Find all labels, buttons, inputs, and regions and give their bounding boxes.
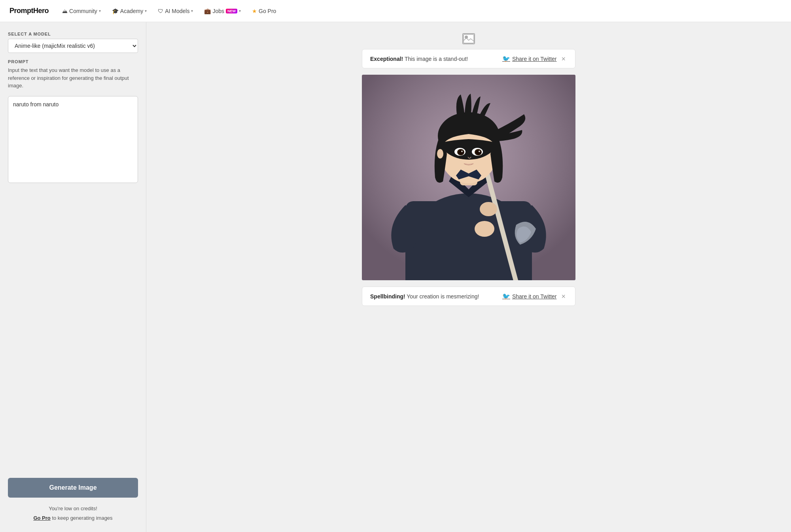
- bottom-banner-twitter-text: Share it on Twitter: [512, 293, 557, 300]
- generated-image: [362, 75, 575, 280]
- jobs-new-badge: NEW: [226, 9, 237, 13]
- nav-go-pro-label: Go Pro: [259, 8, 276, 14]
- model-section-label: SELECT A MODEL: [8, 32, 138, 36]
- nav-item-go-pro[interactable]: ★ Go Pro: [248, 6, 280, 17]
- svg-point-19: [479, 151, 480, 152]
- bottom-banner-text: Spellbinding! Your creation is mesmerizi…: [370, 293, 499, 300]
- chevron-down-icon: ▾: [99, 9, 101, 13]
- model-select[interactable]: Anime-like (majicMix realistic v6) Stabl…: [8, 39, 138, 53]
- prompt-help-text: Input the text that you want the model t…: [8, 66, 138, 90]
- go-pro-link[interactable]: Go Pro: [33, 515, 50, 521]
- academy-icon: 🎓: [112, 8, 119, 14]
- credits-cta-suffix: to keep generating images: [52, 515, 112, 521]
- nav-item-academy[interactable]: 🎓 Academy ▾: [108, 6, 151, 17]
- svg-rect-0: [464, 34, 474, 43]
- bottom-banner-twitter-link[interactable]: 🐦 Share it on Twitter: [502, 292, 557, 300]
- credits-warning-text: You're low on credits!: [8, 504, 138, 513]
- chevron-down-icon: ▾: [239, 9, 241, 13]
- top-banner-twitter-link[interactable]: 🐦 Share it on Twitter: [502, 55, 557, 62]
- jobs-icon: 💼: [204, 8, 211, 14]
- generate-image-button[interactable]: Generate Image: [8, 478, 138, 498]
- top-banner: Exceptional! This image is a stand-out! …: [362, 49, 575, 68]
- main-layout: SELECT A MODEL Anime-like (majicMix real…: [0, 22, 791, 532]
- svg-point-14: [458, 150, 464, 155]
- star-icon: ★: [252, 8, 257, 14]
- svg-point-20: [437, 149, 443, 158]
- prompt-input-wrapper: <span class="spell-underline">naruto</sp…: [8, 96, 138, 184]
- top-banner-text: Exceptional! This image is a stand-out!: [370, 56, 499, 62]
- prompt-section-label: PROMPT: [8, 59, 138, 64]
- bottom-banner-adjective: Spellbinding!: [370, 293, 405, 300]
- twitter-icon: 🐦: [502, 292, 510, 300]
- credits-cta: Go Pro to keep generating images: [8, 513, 138, 523]
- nav-academy-label: Academy: [120, 8, 143, 14]
- svg-point-1: [466, 36, 467, 38]
- community-icon: ⛰: [62, 8, 68, 14]
- svg-point-15: [461, 151, 463, 152]
- svg-point-18: [476, 150, 481, 155]
- image-placeholder-icon-area: [162, 30, 775, 49]
- sidebar: SELECT A MODEL Anime-like (majicMix real…: [0, 22, 146, 532]
- nav-community-label: Community: [69, 8, 97, 14]
- generated-image-wrapper: [362, 75, 575, 280]
- image-placeholder-icon: [462, 33, 475, 44]
- svg-point-7: [475, 221, 494, 237]
- bottom-banner-close-button[interactable]: ×: [560, 293, 567, 300]
- nav-item-ai-models[interactable]: 🛡 AI Models ▾: [154, 6, 197, 17]
- nav-item-jobs[interactable]: 💼 Jobs NEW ▾: [200, 6, 245, 17]
- prompt-textarea[interactable]: <span class="spell-underline">naruto</sp…: [8, 96, 138, 183]
- top-banner-message: This image is a stand-out!: [405, 56, 468, 62]
- model-section: SELECT A MODEL Anime-like (majicMix real…: [8, 32, 138, 53]
- brand-logo[interactable]: PromptHero: [9, 7, 49, 15]
- nav-jobs-label: Jobs: [212, 8, 224, 14]
- bottom-banner: Spellbinding! Your creation is mesmerizi…: [362, 287, 575, 306]
- svg-point-8: [480, 202, 497, 216]
- top-banner-adjective: Exceptional!: [370, 56, 403, 62]
- top-banner-close-button[interactable]: ×: [560, 55, 567, 62]
- credits-info: You're low on credits! Go Pro to keep ge…: [8, 504, 138, 523]
- twitter-icon: 🐦: [502, 55, 510, 62]
- navbar: PromptHero ⛰ Community ▾ 🎓 Academy ▾ 🛡 A…: [0, 0, 791, 22]
- prompt-section: PROMPT Input the text that you want the …: [8, 59, 138, 90]
- top-banner-twitter-text: Share it on Twitter: [512, 56, 557, 62]
- ai-models-icon: 🛡: [158, 8, 163, 14]
- nav-ai-models-label: AI Models: [165, 8, 189, 14]
- nav-item-community[interactable]: ⛰ Community ▾: [58, 6, 105, 17]
- bottom-banner-message: Your creation is mesmerizing!: [407, 293, 479, 300]
- chevron-down-icon: ▾: [145, 9, 147, 13]
- main-content: Exceptional! This image is a stand-out! …: [146, 22, 791, 532]
- chevron-down-icon: ▾: [191, 9, 193, 13]
